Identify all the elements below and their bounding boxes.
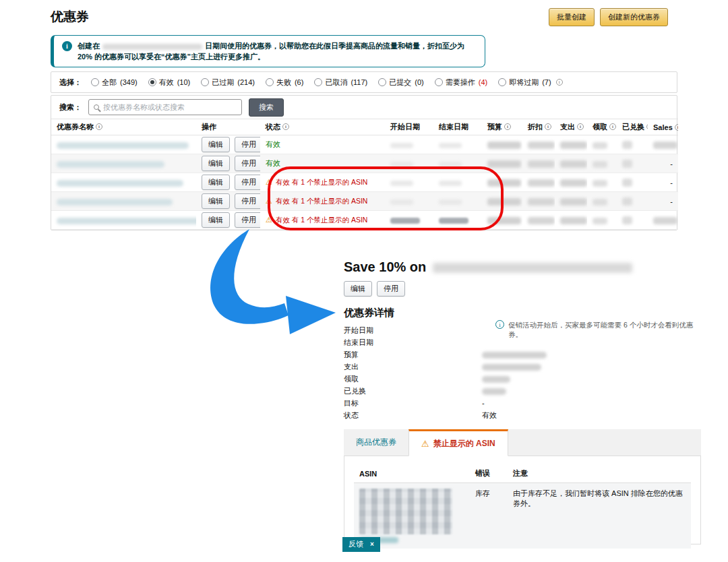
sales-cell	[648, 211, 678, 230]
status-cell: ⚠有效 有 1 个禁止显示的 ASIN	[260, 211, 385, 230]
field-value	[482, 350, 547, 358]
edit-button[interactable]: 编辑	[202, 175, 230, 190]
claimed-redacted	[593, 142, 607, 149]
detail-info-note: i 促销活动开始后，买家最多可能需要 6 个小时才会看到优惠券。	[495, 320, 701, 339]
info-icon: i	[646, 123, 648, 130]
filter-option-label: 已提交	[389, 77, 411, 88]
search-icon	[94, 104, 99, 110]
detail-field-row: 预算	[344, 348, 701, 361]
discount-redacted	[528, 160, 555, 168]
sales-cell: -	[648, 154, 678, 173]
start-date-redacted	[390, 218, 420, 224]
detail-edit-button[interactable]: 编辑	[344, 281, 372, 296]
filter-option-count: (214)	[237, 78, 255, 86]
column-header: 预算i	[482, 119, 522, 135]
tab-prohibited-asins[interactable]: ⚠ 禁止显示的 ASIN	[408, 429, 508, 456]
column-header: 支出i	[555, 119, 587, 135]
field-value-redacted	[482, 388, 506, 395]
radio-icon[interactable]	[378, 78, 386, 86]
status-cell: ⚠有效	[260, 154, 385, 173]
radio-icon[interactable]	[314, 78, 322, 86]
batch-create-button[interactable]: 批量创建	[549, 8, 595, 26]
feedback-button[interactable]: 反馈 ×	[342, 537, 380, 552]
status-text: 有效 有 1 个禁止显示的 ASIN	[276, 178, 368, 186]
info-icon: i	[62, 41, 72, 51]
sales-cell: -	[648, 192, 678, 211]
filter-option[interactable]: 需要操作(4)	[435, 77, 487, 88]
filter-option[interactable]: 失败(6)	[266, 77, 303, 88]
end-date-redacted	[439, 181, 462, 186]
field-value	[482, 363, 541, 371]
filter-option[interactable]: 已取消(117)	[314, 77, 367, 88]
disable-button[interactable]: 停用	[235, 156, 260, 171]
filter-option[interactable]: 有效(10)	[148, 77, 191, 88]
edit-button[interactable]: 编辑	[202, 212, 230, 228]
edit-button[interactable]: 编辑	[202, 156, 230, 171]
prohibited-asin-panel: ASIN 错误 注意 库存 由于库存不足，我们暂时将该 ASIN 排除在您的优惠…	[344, 456, 701, 544]
filter-option-label: 需要操作	[446, 77, 475, 88]
end-date-redacted	[439, 218, 468, 224]
close-icon[interactable]: ×	[370, 540, 374, 548]
filter-option-count: (10)	[177, 78, 191, 86]
search-label: 搜索：	[59, 102, 82, 113]
filter-option-label: 失败	[276, 77, 291, 88]
redeemed-redacted	[622, 216, 632, 224]
detail-section-title: 优惠券详情	[344, 307, 701, 319]
edit-button[interactable]: 编辑	[202, 137, 230, 152]
search-input[interactable]	[103, 103, 237, 111]
sales-value: -	[670, 197, 673, 206]
warning-icon: ⚠	[266, 197, 272, 205]
disable-button[interactable]: 停用	[235, 175, 260, 190]
search-field[interactable]	[88, 99, 242, 115]
detail-field-row: 领取	[344, 373, 701, 385]
field-label: 结束日期	[344, 338, 482, 348]
discount-redacted	[528, 198, 555, 206]
sales-value: -	[670, 160, 673, 168]
column-header: 已兑换i	[617, 119, 648, 135]
create-coupon-button[interactable]: 创建新的优惠券	[600, 8, 668, 26]
budget-redacted	[487, 160, 521, 168]
column-header: 结束日期	[433, 119, 482, 135]
status-text: 有效 有 1 个禁止显示的 ASIN	[276, 197, 368, 205]
disable-button[interactable]: 停用	[235, 137, 260, 152]
radio-icon[interactable]	[201, 78, 209, 86]
spend-redacted	[560, 160, 587, 168]
detail-tabs: 商品优惠券 ⚠ 禁止显示的 ASIN	[344, 429, 701, 456]
edit-button[interactable]: 编辑	[202, 193, 230, 209]
spend-redacted	[560, 142, 587, 149]
disable-button[interactable]: 停用	[235, 212, 260, 228]
filter-option[interactable]: 即将过期(7)i	[498, 77, 562, 88]
coupon-row: 编辑停用 ⚠有效 有 1 个禁止显示的 ASIN	[51, 211, 678, 230]
coupon-table-body: 编辑停用 ⚠有效 编辑停用 ⚠有效	[51, 135, 678, 230]
search-button[interactable]: 搜索	[249, 98, 284, 117]
radio-icon[interactable]	[91, 78, 99, 86]
field-label: 已兑换	[344, 386, 482, 396]
budget-redacted	[487, 217, 521, 224]
detail-disable-button[interactable]: 停用	[377, 281, 405, 296]
info-icon: i	[609, 123, 616, 130]
radio-icon[interactable]	[148, 78, 156, 86]
claimed-redacted	[593, 180, 607, 187]
radio-icon[interactable]	[498, 78, 506, 86]
column-header: 操作	[196, 119, 260, 135]
start-date-redacted	[390, 199, 413, 205]
sales-redacted	[653, 217, 677, 224]
filter-option-count: (117)	[351, 78, 367, 86]
filter-option[interactable]: 全部(349)	[91, 77, 138, 88]
tab-product-coupons[interactable]: 商品优惠券	[344, 429, 408, 456]
filter-option-count: (0)	[415, 78, 423, 86]
start-date-redacted	[390, 162, 413, 167]
status-text: 有效 有 1 个禁止显示的 ASIN	[276, 216, 368, 224]
column-header: Salesi	[648, 119, 678, 135]
radio-icon[interactable]	[435, 78, 443, 86]
annotation-arrow	[197, 228, 342, 334]
redeemed-redacted	[622, 141, 632, 149]
filter-option[interactable]: 已过期(214)	[201, 77, 255, 88]
asin-column-header: ASIN	[354, 464, 470, 483]
disable-button[interactable]: 停用	[235, 193, 260, 209]
radio-icon[interactable]	[266, 78, 274, 86]
column-header: 开始日期	[385, 119, 433, 135]
sales-value: -	[670, 179, 673, 187]
filter-option[interactable]: 已提交(0)	[378, 77, 423, 88]
coupon-detail-panel: Save 10% on 编辑停用 优惠券详情 i 促销活动开始后，买家最多可能需…	[344, 259, 701, 544]
